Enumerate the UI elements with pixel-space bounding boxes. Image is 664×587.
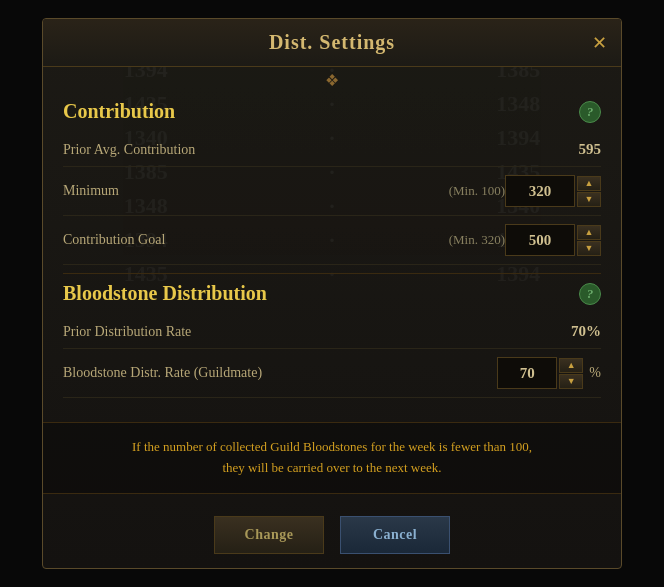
minimum-spinner-buttons: ▲ ▼ [577, 176, 601, 207]
goal-input[interactable] [505, 224, 575, 256]
change-button[interactable]: Change [214, 516, 324, 554]
minimum-input[interactable] [505, 175, 575, 207]
notice-area: If the number of collected Guild Bloodst… [43, 422, 621, 494]
contribution-goal-label: Contribution Goal [63, 232, 439, 248]
goal-spinner: ▲ ▼ [505, 224, 601, 256]
modal-body: Contribution ? Prior Avg. Contribution 5… [43, 90, 621, 414]
distr-rate-down-button[interactable]: ▼ [559, 374, 583, 389]
contribution-goal-row: Contribution Goal (Min. 320) ▲ ▼ [63, 216, 601, 265]
minimum-up-button[interactable]: ▲ [577, 176, 601, 191]
modal-overlay: 1348·1340 1394·1385 1435·1348 1340·1394 … [0, 0, 664, 587]
notice-text: If the number of collected Guild Bloodst… [63, 437, 601, 479]
goal-spinner-buttons: ▲ ▼ [577, 225, 601, 256]
dist-settings-modal: 1348·1340 1394·1385 1435·1348 1340·1394 … [42, 18, 622, 569]
bloodstone-section-title: Bloodstone Distribution ? [63, 282, 601, 305]
minimum-spinner: ▲ ▼ [505, 175, 601, 207]
prior-rate-row: Prior Distribution Rate 70% [63, 315, 601, 349]
modal-title: Dist. Settings [269, 31, 395, 54]
contribution-goal-sublabel: (Min. 320) [449, 232, 505, 248]
section-divider [63, 273, 601, 274]
goal-down-button[interactable]: ▼ [577, 241, 601, 256]
prior-rate-value: 70% [551, 323, 601, 340]
prior-avg-value: 595 [551, 141, 601, 158]
cancel-button[interactable]: Cancel [340, 516, 450, 554]
pct-label: % [589, 365, 601, 381]
distr-rate-spinner: ▲ ▼ % [497, 357, 601, 389]
distr-rate-label: Bloodstone Distr. Rate (Guildmate) [63, 365, 497, 381]
goal-up-button[interactable]: ▲ [577, 225, 601, 240]
ornament-divider: ❖ [43, 67, 621, 90]
prior-rate-label: Prior Distribution Rate [63, 324, 551, 340]
distr-rate-input[interactable] [497, 357, 557, 389]
minimum-label: Minimum [63, 183, 439, 199]
prior-avg-row: Prior Avg. Contribution 595 [63, 133, 601, 167]
distr-rate-up-button[interactable]: ▲ [559, 358, 583, 373]
modal-header: Dist. Settings ✕ [43, 19, 621, 67]
prior-avg-label: Prior Avg. Contribution [63, 142, 551, 158]
contribution-section-title: Contribution ? [63, 100, 601, 123]
distr-rate-row: Bloodstone Distr. Rate (Guildmate) ▲ ▼ % [63, 349, 601, 398]
minimum-down-button[interactable]: ▼ [577, 192, 601, 207]
footer: Change Cancel [43, 502, 621, 568]
minimum-sublabel: (Min. 100) [449, 183, 505, 199]
distr-rate-spinner-buttons: ▲ ▼ [559, 358, 583, 389]
close-button[interactable]: ✕ [592, 34, 607, 52]
minimum-row: Minimum (Min. 100) ▲ ▼ [63, 167, 601, 216]
contribution-help-icon[interactable]: ? [579, 101, 601, 123]
bloodstone-help-icon[interactable]: ? [579, 283, 601, 305]
